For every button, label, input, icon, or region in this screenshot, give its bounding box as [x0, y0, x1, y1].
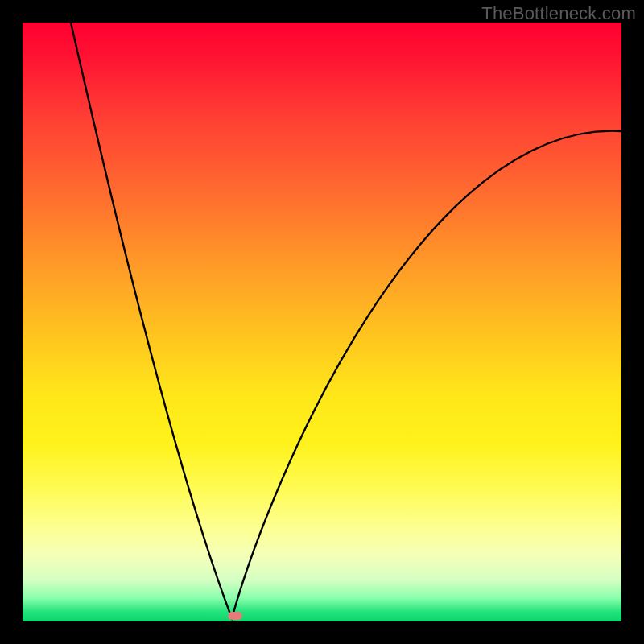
chart-plot-area — [23, 23, 621, 621]
bottleneck-curve — [23, 23, 621, 621]
watermark-text: TheBottleneck.com — [481, 3, 636, 24]
optimum-marker — [228, 612, 242, 620]
curve-path — [71, 23, 621, 618]
